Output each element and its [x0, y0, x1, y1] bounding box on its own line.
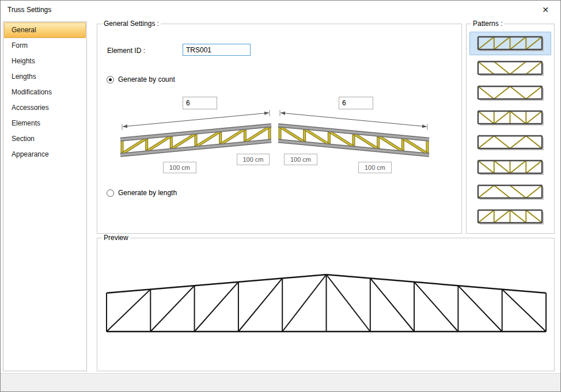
generate-by-count-label: Generate by count	[118, 75, 175, 83]
height-input-right-end[interactable]	[358, 162, 392, 173]
pattern-item-3[interactable]	[469, 81, 551, 105]
generate-by-length-label: Generate by length	[118, 189, 177, 197]
generate-by-length-radio[interactable]: Generate by length	[107, 189, 177, 197]
sidebar-item-section[interactable]: Section	[4, 131, 86, 147]
count-input-left[interactable]	[183, 97, 217, 109]
preview-truss-diagram	[98, 238, 554, 370]
sidebar-item-heights[interactable]: Heights	[4, 54, 86, 69]
truss-pattern-icon	[477, 159, 544, 175]
truss-pattern-icon	[477, 85, 544, 101]
sidebar-item-modifications[interactable]: Modifications	[4, 85, 86, 100]
window-title: Truss Settings	[7, 6, 51, 14]
count-input-right[interactable]	[339, 97, 373, 109]
generate-by-count-radio[interactable]: Generate by count	[107, 75, 175, 83]
height-input-left-start[interactable]	[163, 162, 196, 173]
pattern-item-7[interactable]	[469, 180, 551, 204]
truss-pattern-icon	[477, 209, 544, 224]
element-id-label: Element ID :	[107, 47, 145, 55]
sidebar-item-lengths[interactable]: Lengths	[4, 69, 86, 85]
pattern-item-2[interactable]	[469, 56, 551, 80]
settings-nav: GeneralFormHeightsLengthsModificationsAc…	[3, 21, 87, 371]
radio-selected-icon	[107, 76, 114, 83]
titlebar: Truss Settings ✕	[1, 1, 560, 19]
close-button[interactable]: ✕	[534, 2, 557, 18]
sidebar-item-accessories[interactable]: Accessories	[4, 100, 86, 116]
close-icon: ✕	[542, 5, 549, 14]
truss-pattern-icon	[477, 184, 544, 200]
pattern-item-4[interactable]	[469, 106, 551, 130]
general-settings-group-title: General Settings :	[102, 20, 161, 28]
pattern-item-5[interactable]	[469, 131, 551, 154]
sidebar-item-appearance[interactable]: Appearance	[4, 147, 86, 162]
element-id-input[interactable]	[183, 44, 251, 56]
sidebar-item-general[interactable]: General	[4, 22, 86, 38]
height-input-right-start[interactable]	[284, 154, 317, 165]
sidebar-item-form[interactable]: Form	[4, 38, 86, 54]
patterns-group-title: Patterns :	[471, 20, 504, 28]
truss-pattern-icon	[477, 110, 544, 125]
truss-pattern-icon	[477, 60, 544, 76]
sidebar-item-elements[interactable]: Elements	[4, 116, 86, 131]
truss-pattern-icon	[477, 135, 544, 150]
patterns-list	[468, 32, 552, 230]
truss-settings-dialog: Truss Settings ✕ GeneralFormHeightsLengt…	[0, 0, 561, 392]
truss-pattern-icon	[477, 36, 544, 51]
pattern-item-1[interactable]	[469, 32, 551, 55]
radio-unselected-icon	[107, 189, 114, 197]
pattern-item-6[interactable]	[469, 155, 551, 179]
footer-bar: Tamam İptal	[1, 373, 560, 392]
height-input-left-end[interactable]	[237, 154, 270, 165]
pattern-item-8[interactable]	[469, 205, 551, 229]
